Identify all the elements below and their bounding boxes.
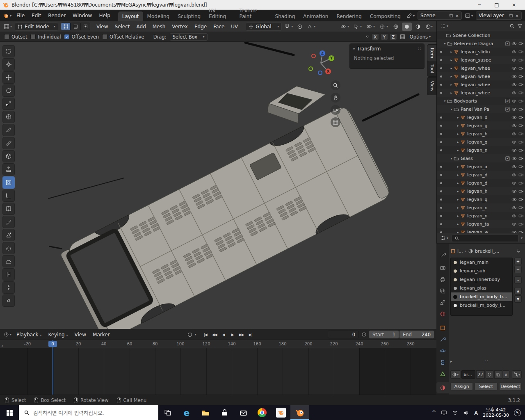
disable-render-icon[interactable]	[518, 115, 524, 120]
notification-badge[interactable]: 5	[514, 409, 521, 416]
hide-viewport-icon[interactable]	[511, 74, 517, 79]
mirror-x-button[interactable]: X	[372, 33, 379, 40]
proportional-editing-button[interactable]	[295, 23, 304, 31]
gizmo-neg-z-axis[interactable]	[318, 71, 322, 75]
current-frame-field[interactable]: 0	[328, 331, 359, 338]
hide-viewport-icon[interactable]	[511, 230, 517, 233]
hide-viewport-icon[interactable]	[511, 49, 517, 55]
mode-dropdown[interactable]: Edit Mode ▾	[15, 23, 58, 31]
disable-render-icon[interactable]	[518, 131, 524, 137]
frame-start-field[interactable]: Start1	[369, 331, 399, 338]
move-material-up-button[interactable]: ▲	[514, 287, 522, 294]
timeline-collapse-icon[interactable]: ‹	[1, 343, 3, 349]
previous-keyframe-button[interactable]: ◀◀	[210, 331, 219, 338]
disable-render-icon[interactable]	[518, 148, 524, 153]
camera-view-icon[interactable]	[331, 105, 340, 115]
menu-edge[interactable]: Edge	[192, 23, 210, 30]
properties-search-input[interactable]	[452, 235, 519, 242]
timeline-editor[interactable]: -20 0 20 40 60 80 100 120 140 160 180 20…	[0, 340, 436, 395]
show-visibility-button[interactable]: ▾	[339, 23, 351, 31]
menu-vertex[interactable]: Vertex	[169, 23, 191, 30]
proportional-falloff-button[interactable]: ▾	[305, 23, 317, 31]
unlink-scene-icon[interactable]: ×	[455, 13, 459, 18]
workspace-tab-modeling[interactable]: Modeling	[143, 11, 174, 21]
workspace-tab-animation[interactable]: Animation	[299, 11, 332, 21]
workspace-tab-compositing[interactable]: Compositing	[366, 11, 405, 21]
disable-render-icon[interactable]	[518, 221, 524, 227]
menu-view[interactable]: View	[94, 23, 111, 30]
outliner-row-object[interactable]: ▸legvan_a	[437, 162, 525, 171]
disable-render-icon[interactable]	[518, 189, 524, 194]
disable-render-icon[interactable]	[518, 74, 524, 79]
sidebar-tab-tool[interactable]: Tool	[427, 61, 436, 77]
collection-checkbox[interactable]: ✓	[505, 99, 510, 103]
new-scene-icon[interactable]	[449, 13, 454, 18]
hide-viewport-icon[interactable]	[511, 131, 517, 137]
next-keyframe-button[interactable]: ▶▶	[237, 331, 246, 338]
tool-inset-faces[interactable]	[2, 176, 15, 189]
menu-help[interactable]: Help	[96, 11, 113, 20]
viewlayer-name-field[interactable]: ViewLayer ×	[476, 11, 522, 20]
outliner-row-object[interactable]: ▸legvan_d	[437, 113, 525, 121]
hide-viewport-icon[interactable]	[511, 189, 517, 194]
overlays-button[interactable]: ▾	[365, 23, 377, 31]
outliner-editor-button[interactable]: ▾	[439, 23, 450, 29]
shading-wireframe-button[interactable]	[391, 23, 401, 31]
mail-button[interactable]	[234, 405, 253, 420]
hide-viewport-icon[interactable]	[511, 156, 517, 161]
outliner-row-object[interactable]: ▸legvan_q	[437, 195, 525, 203]
tool-annotate[interactable]	[2, 124, 15, 136]
outliner-row-object[interactable]: ▸legvan_g	[437, 121, 525, 130]
panel-collapsed-row[interactable]: ▸ ∷	[450, 359, 521, 363]
tool-spin[interactable]	[2, 242, 15, 254]
outliner-row-object[interactable]: ▸legvan_whee	[437, 64, 525, 72]
use-preview-range-button[interactable]	[360, 331, 368, 339]
hide-viewport-icon[interactable]	[511, 123, 517, 128]
collection-checkbox[interactable]: ✓	[505, 156, 510, 161]
gizmo-y-axis[interactable]: Y	[329, 55, 334, 61]
tray-expand-icon[interactable]: ^	[432, 410, 436, 415]
hide-viewport-icon[interactable]	[511, 148, 517, 153]
outliner-row-collection[interactable]: ▾Reference Diagra✓	[437, 39, 525, 48]
disable-render-icon[interactable]	[518, 172, 524, 178]
ortho-grid-icon[interactable]	[331, 117, 340, 127]
material-users-count[interactable]: 22	[476, 370, 485, 379]
outliner-row-object[interactable]: ▸legvan_d	[437, 171, 525, 179]
hide-viewport-icon[interactable]	[511, 139, 517, 145]
frame-end-field[interactable]: End240	[399, 331, 434, 338]
edge-button[interactable]: e	[177, 405, 196, 420]
outliner-row-object[interactable]: ▸legvan_suspe	[437, 56, 525, 64]
hide-viewport-icon[interactable]	[511, 205, 517, 210]
disable-render-icon[interactable]	[518, 123, 524, 128]
blender-file-button[interactable]	[272, 405, 290, 420]
outliner-row-object[interactable]: ▸legvan_h	[437, 187, 525, 195]
file-explorer-button[interactable]	[196, 405, 215, 420]
store-button[interactable]	[215, 405, 234, 420]
breadcrumb-material[interactable]: bruckell_...	[475, 249, 499, 254]
menu-face[interactable]: Face	[210, 23, 227, 30]
tool-select-box[interactable]	[2, 45, 15, 57]
collection-checkbox[interactable]: ✓	[505, 107, 510, 112]
material-slot[interactable]: legvan_main	[451, 258, 512, 267]
tool-extrude-region[interactable]	[2, 163, 15, 176]
properties-editor-button[interactable]: ▾	[439, 235, 450, 241]
menu-select[interactable]: Select	[112, 23, 133, 30]
hide-viewport-icon[interactable]	[511, 180, 517, 186]
tool-shear[interactable]	[2, 294, 15, 307]
disable-render-icon[interactable]	[518, 197, 524, 202]
deselect-button[interactable]: Deselect	[499, 382, 522, 390]
menu-uv[interactable]: UV	[228, 23, 241, 30]
hide-viewport-icon[interactable]	[511, 98, 517, 104]
material-specials-button[interactable]: ▾	[514, 276, 522, 284]
blender-menu-button[interactable]: ▾	[2, 13, 13, 19]
workspace-tab-rendering[interactable]: Rendering	[332, 11, 365, 21]
gizmo-x-axis[interactable]: X	[325, 68, 331, 74]
disable-render-icon[interactable]	[518, 82, 524, 87]
hide-viewport-icon[interactable]	[511, 107, 517, 112]
mirror-z-button[interactable]: Z	[390, 33, 397, 40]
disable-render-icon[interactable]	[518, 57, 524, 63]
outliner-row-object[interactable]: ▸legvan_whee	[437, 72, 525, 80]
tool-poly-build[interactable]	[2, 229, 15, 241]
tool-knife[interactable]	[2, 216, 15, 228]
gizmo-neg-y-axis[interactable]	[308, 66, 313, 71]
